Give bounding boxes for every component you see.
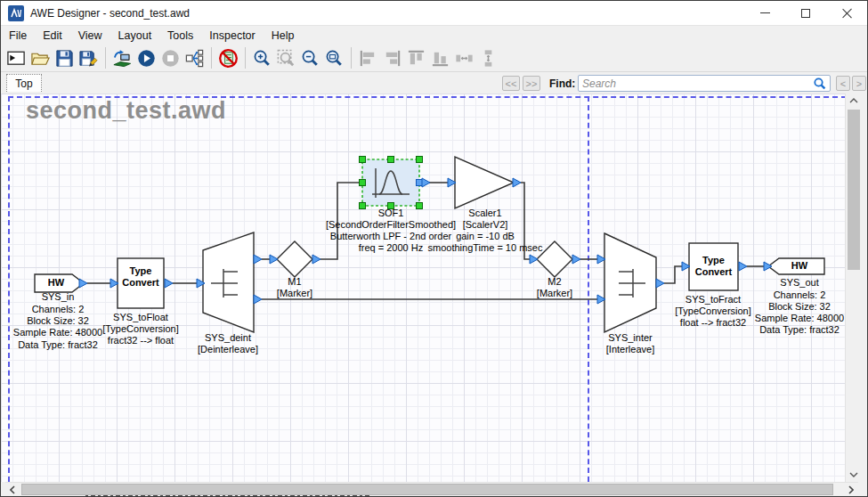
align-bottom-button [428, 46, 452, 69]
sof1-output-pin[interactable] [417, 180, 423, 186]
align-right-button [380, 46, 404, 69]
block-m1[interactable] [277, 241, 312, 277]
align-right-icon [382, 48, 402, 69]
block-sys-deint[interactable] [203, 232, 254, 332]
title-bar: AWE Designer - second_test.awd [1, 1, 867, 26]
scroll-left-button[interactable] [5, 483, 20, 496]
zoom-all-icon [324, 48, 345, 69]
sof1-type: [SecondOrderFilterSmoothed] [326, 219, 456, 231]
pin-scaler-out [513, 178, 521, 187]
align-top-button [404, 46, 428, 69]
search-icon[interactable] [813, 77, 827, 91]
halt-button [158, 46, 183, 69]
sys-in-name: SYS_in [42, 291, 75, 303]
menu-layout[interactable]: Layout [110, 28, 160, 44]
open-file-button[interactable] [28, 46, 53, 69]
pin-sof1-out [422, 178, 430, 187]
pin-sysout-in [764, 262, 772, 271]
sys-deint-name: SYS_deint [205, 332, 251, 344]
halt-icon [160, 48, 181, 69]
search-input[interactable] [579, 77, 813, 90]
main-toolbar [1, 45, 867, 72]
sys-out-info: Data Type: fract32 [759, 324, 840, 336]
horizontal-scroll-thumb[interactable] [21, 484, 833, 495]
propagate-changes-button[interactable] [183, 46, 207, 69]
sys-in-port-label: HW [37, 277, 76, 289]
scroll-down-button[interactable] [846, 468, 862, 482]
close-button[interactable] [826, 1, 867, 25]
no-inspectors-button[interactable] [216, 46, 240, 69]
sys-tofract-type: [TypeConversion] [675, 306, 751, 317]
chevron-up-icon [849, 98, 858, 103]
new-layout-icon [6, 48, 27, 69]
menu-view[interactable]: View [70, 28, 110, 44]
minimize-icon [760, 12, 770, 13]
pin-deint-out1 [254, 255, 262, 264]
scaler1-parameter: smoothingTime = 10 msec [428, 242, 543, 254]
save-file-as-button[interactable] [77, 46, 101, 69]
maximize-button[interactable] [785, 1, 826, 25]
menu-tools[interactable]: Tools [159, 28, 201, 44]
minimize-button[interactable] [744, 1, 785, 25]
save-icon [54, 48, 75, 69]
history-back-button: << [502, 76, 520, 91]
toolbar-separator [351, 47, 352, 69]
zoom-out-icon [300, 48, 320, 69]
vertical-scrollbar[interactable] [845, 94, 861, 482]
wire-inter-tofract[interactable] [664, 266, 683, 283]
pin-tofloat-out [165, 279, 173, 288]
connect-to-target-button[interactable] [110, 46, 134, 69]
menu-edit[interactable]: Edit [35, 28, 70, 44]
scroll-up-button[interactable] [846, 94, 862, 108]
zoom-out-button[interactable] [298, 46, 322, 69]
build-and-run-button[interactable] [134, 46, 158, 69]
layout-canvas[interactable]: second_test.awd [1, 94, 847, 482]
pin-inter-out [656, 279, 664, 288]
sys-out-info: Sample Rate: 48000 [755, 313, 844, 324]
m1-type: [Marker] [277, 288, 312, 299]
menu-file[interactable]: File [1, 28, 35, 44]
menu-help[interactable]: Help [264, 28, 303, 44]
zoom-in-button[interactable] [250, 46, 274, 69]
save-as-icon [78, 48, 99, 69]
sys-inter-name: SYS_inter [608, 332, 653, 344]
chevron-right-icon [848, 485, 854, 494]
align-left-button [356, 46, 380, 69]
toolbar-separator [211, 47, 212, 69]
sys-tofloat-name: SYS_toFloat [113, 312, 168, 323]
history-forward-button: >> [523, 76, 540, 91]
tab-top[interactable]: Top [6, 74, 42, 92]
zoom-to-selection-button [274, 46, 298, 69]
zoom-all-button[interactable] [322, 46, 346, 69]
find-next-button: > [852, 76, 866, 91]
distribute-horizontal-button [452, 46, 476, 69]
scaler1-type: [ScalerV2] [463, 219, 508, 231]
sys-tofloat-conversion: fract32 --> float [108, 335, 174, 346]
block-scaler1[interactable] [455, 157, 514, 208]
distribute-vertical-icon [478, 48, 499, 69]
scroll-right-button[interactable] [844, 483, 858, 496]
vertical-scroll-thumb[interactable] [848, 110, 860, 270]
m2-type: [Marker] [537, 288, 572, 299]
zoom-selection-icon [276, 48, 296, 69]
sys-in-info: Data Type: fract32 [18, 339, 98, 351]
awe-designer-window: AWE Designer - second_test.awd File Edit… [0, 0, 868, 497]
run-icon [136, 48, 157, 69]
align-bottom-icon [430, 48, 450, 69]
sof1-name: SOF1 [378, 208, 404, 219]
block-sys-inter[interactable] [604, 233, 656, 332]
save-file-button[interactable] [53, 46, 77, 69]
sof1-parameter: freq = 2000 Hz [359, 242, 423, 254]
pin-deint-out2 [254, 295, 262, 304]
pin-m1-in [270, 255, 278, 264]
new-layout-button[interactable] [4, 46, 28, 69]
m2-name: M2 [548, 276, 561, 288]
find-label: Find: [549, 77, 575, 90]
pin-m2-out [572, 255, 580, 264]
sys-in-info: Block Size: 32 [27, 315, 89, 327]
scaler1-name: Scaler1 [468, 208, 501, 219]
sys-tofract-box-label: Type Convert [689, 255, 738, 278]
horizontal-scrollbar[interactable] [5, 482, 858, 495]
block-sof1-selected[interactable] [360, 157, 423, 209]
menu-inspector[interactable]: Inspector [201, 28, 263, 44]
